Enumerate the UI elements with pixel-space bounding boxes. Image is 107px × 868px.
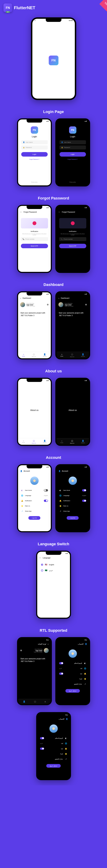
nav-home[interactable]: ⌂Home xyxy=(22,440,25,444)
notification-toggle[interactable] xyxy=(82,500,86,502)
app-logo-icon: FN xyxy=(69,126,76,134)
phone-input[interactable]: 📞Phone number xyxy=(59,237,86,241)
nav-about[interactable]: ⓘAbout Us xyxy=(70,440,74,444)
notification-toggle[interactable] xyxy=(59,673,63,675)
nav-home[interactable]: ⌂Home xyxy=(60,353,63,357)
phone-language: ▬ ▮ ←Language 🇺🇸English 🇸🇦عربي xyxy=(36,551,71,619)
gear-icon[interactable]: ⚙ xyxy=(85,304,87,306)
dashboard-body: Start your awesome project with .NET 6 &… xyxy=(18,309,51,352)
nav-account[interactable]: 👤Account xyxy=(81,353,85,357)
dark-mode-toggle[interactable] xyxy=(40,737,44,739)
about-body: About us xyxy=(18,382,51,438)
avatar[interactable] xyxy=(58,302,63,307)
back-icon[interactable]: ← xyxy=(58,211,60,213)
setting-rate[interactable]: ⭐قيمنا xyxy=(40,751,68,756)
setting-language[interactable]: 🌐لغةعربي xyxy=(40,741,68,746)
setting-notification[interactable]: 🔔تنبيه xyxy=(40,746,68,751)
setting-language[interactable]: 🌐لغةعربي xyxy=(59,666,87,671)
home-icon: ⌂ xyxy=(20,297,21,299)
login-button[interactable]: Login xyxy=(59,152,86,157)
lang-option-english[interactable]: 🇺🇸English xyxy=(41,562,67,567)
home-icon: ⌂ xyxy=(23,353,24,355)
setting-share[interactable]: ↗Share App xyxy=(21,508,48,514)
forgot-link[interactable]: Forgot Password ? xyxy=(68,159,78,160)
setting-language[interactable]: 🌐LanguageEnglish xyxy=(59,493,87,498)
logout-button[interactable]: تسجيل خروج xyxy=(46,764,60,768)
setting-rate[interactable]: ⭐Rate Us xyxy=(21,503,48,508)
back-icon[interactable]: ← xyxy=(20,211,22,213)
rate-label: Rate Us xyxy=(63,505,69,507)
nav-account[interactable]: 👤Account xyxy=(43,440,47,444)
nav-about[interactable]: ⓘAbout Us xyxy=(70,353,74,357)
username-input[interactable]: 👤User Name xyxy=(21,140,48,144)
setting-dark-mode[interactable]: ◐الوضع المظلم xyxy=(59,660,87,666)
gear-icon[interactable]: ⚙ xyxy=(20,649,22,652)
dark-mode-toggle[interactable] xyxy=(82,489,86,492)
english-label: English xyxy=(49,564,54,566)
lang-option-arabic[interactable]: 🇸🇦عربي xyxy=(41,567,67,573)
logo-tile: FN .NET xyxy=(3,3,12,12)
setting-dark-mode[interactable]: ◐الوضع المظلم xyxy=(40,736,68,741)
send-otp-button[interactable]: Send OTP xyxy=(21,244,48,248)
notification-toggle[interactable] xyxy=(40,747,44,750)
setting-notification[interactable]: 🔔Notification xyxy=(21,498,48,503)
avatar[interactable] xyxy=(30,476,38,485)
nav-account[interactable]: 👤Account xyxy=(43,353,47,357)
login-button[interactable]: Login xyxy=(21,152,48,157)
avatar[interactable] xyxy=(69,649,77,658)
phone-forgot-light: ▬ ▮ ← Forgot Password Verification We wi… xyxy=(17,205,52,273)
setting-rate[interactable]: ⭐Rate Us xyxy=(59,503,87,508)
logout-button[interactable]: تسجيل خروج xyxy=(65,689,80,693)
user-icon: 👤 xyxy=(61,142,63,143)
avatar[interactable] xyxy=(20,302,25,307)
info-icon: ⓘ xyxy=(33,440,35,442)
dark-mode-toggle[interactable] xyxy=(44,489,48,492)
notch xyxy=(65,292,81,296)
privacy-link[interactable]: Privacy policy xyxy=(69,181,77,184)
user-icon: 👤 xyxy=(82,353,84,355)
phone-input[interactable]: 📞Phone number xyxy=(21,237,48,241)
user-icon: 👤 xyxy=(23,701,25,703)
privacy-link[interactable]: Privacy policy xyxy=(30,181,38,184)
logout-button[interactable]: Log Out xyxy=(28,516,40,520)
password-input[interactable]: 🔒Password xyxy=(21,146,48,150)
send-otp-button[interactable]: Send OTP xyxy=(59,244,86,248)
setting-language[interactable]: 🌐LanguageEnglish xyxy=(21,493,48,498)
nav-about[interactable]: ⓘAbout Us xyxy=(32,440,36,444)
forgot-link[interactable]: Forgot Password ? xyxy=(29,159,39,160)
nav-home[interactable]: ⌂Home xyxy=(60,440,63,444)
nav-account-label: Account xyxy=(81,442,85,443)
nav-account-label: Account xyxy=(43,442,47,443)
moon-icon: ◐ xyxy=(65,737,67,739)
username-placeholder: User Name xyxy=(26,142,33,143)
nav-about[interactable]: ⓘ xyxy=(34,701,36,703)
setting-share[interactable]: ↗Share App xyxy=(59,508,87,514)
rate-label: قيمنا xyxy=(80,678,82,680)
avatar[interactable] xyxy=(69,476,77,485)
nav-account[interactable]: 👤Account xyxy=(81,440,85,444)
setting-share[interactable]: ↗شارك التطبيق xyxy=(59,681,87,687)
nav-account[interactable]: 👤 xyxy=(23,701,25,703)
dark-mode-toggle[interactable] xyxy=(59,662,63,664)
nav-home[interactable]: ⌂Home xyxy=(22,353,25,357)
nav-home[interactable]: ⌂ xyxy=(45,701,46,703)
setting-dark-mode[interactable]: ◐Dark Mode xyxy=(21,488,48,493)
back-icon[interactable]: ← xyxy=(39,557,42,559)
setting-share[interactable]: ↗شارك التطبيق xyxy=(40,756,68,762)
verification-subtitle: We will send you a one time password to … xyxy=(59,233,86,236)
notification-toggle[interactable] xyxy=(44,500,48,502)
logout-button[interactable]: Log Out xyxy=(66,516,78,520)
setting-rate[interactable]: ⭐قيمنا xyxy=(59,676,87,681)
gear-icon[interactable]: ⚙ xyxy=(47,304,49,306)
setting-notification[interactable]: 🔔Notification xyxy=(59,498,87,503)
password-input[interactable]: 🔒Password xyxy=(59,146,86,150)
setting-notification[interactable]: 🔔تنبيه xyxy=(59,671,87,676)
username-input[interactable]: 👤User Name xyxy=(59,140,86,144)
avatar[interactable] xyxy=(44,648,49,653)
star-icon: ⭐ xyxy=(84,678,86,680)
nav-about[interactable]: ⓘAbout Us xyxy=(32,353,36,357)
setting-dark-mode[interactable]: ◐Dark Mode xyxy=(59,488,87,493)
avatar[interactable] xyxy=(49,724,58,733)
phone-forgot-dark: ▬ ▮ ← Forgot Password Verification We wi… xyxy=(55,205,90,273)
greeting-text: Good Morning xyxy=(65,303,74,304)
